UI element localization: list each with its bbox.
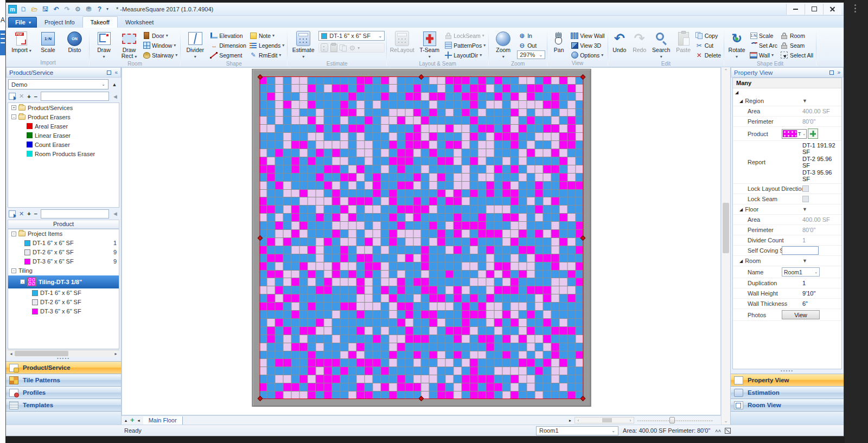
tile[interactable] bbox=[470, 76, 478, 84]
tile[interactable] bbox=[405, 286, 413, 294]
tile[interactable] bbox=[333, 262, 340, 270]
tile[interactable] bbox=[519, 101, 526, 108]
tile[interactable] bbox=[300, 246, 308, 254]
tile[interactable] bbox=[454, 327, 462, 335]
tile[interactable] bbox=[276, 327, 283, 335]
tile[interactable] bbox=[267, 238, 275, 246]
tile[interactable] bbox=[259, 125, 267, 132]
tile[interactable] bbox=[551, 343, 559, 351]
tile[interactable] bbox=[559, 343, 567, 351]
tile[interactable] bbox=[389, 165, 397, 173]
tile[interactable] bbox=[487, 222, 494, 229]
tile[interactable] bbox=[478, 383, 486, 391]
tile[interactable] bbox=[519, 141, 526, 149]
tile[interactable] bbox=[527, 76, 534, 84]
tile[interactable] bbox=[348, 335, 356, 343]
tile[interactable] bbox=[438, 157, 445, 165]
tile[interactable] bbox=[527, 182, 534, 189]
tile[interactable] bbox=[267, 182, 275, 189]
tile[interactable] bbox=[576, 157, 583, 165]
tile[interactable] bbox=[276, 311, 283, 318]
tile[interactable] bbox=[543, 327, 551, 335]
tile[interactable] bbox=[462, 238, 470, 246]
door-button[interactable]: Door▾ bbox=[142, 31, 178, 40]
tile[interactable] bbox=[397, 383, 405, 391]
tile[interactable] bbox=[470, 109, 478, 117]
tile[interactable] bbox=[478, 101, 486, 108]
tile[interactable] bbox=[276, 125, 283, 132]
tile[interactable] bbox=[510, 278, 518, 286]
tile[interactable] bbox=[470, 85, 478, 92]
tile[interactable] bbox=[567, 165, 575, 173]
tile[interactable] bbox=[519, 311, 526, 318]
tile[interactable] bbox=[292, 157, 299, 165]
tile[interactable] bbox=[373, 367, 380, 375]
tile[interactable] bbox=[373, 343, 380, 351]
tile[interactable] bbox=[413, 238, 421, 246]
tile[interactable] bbox=[340, 230, 348, 237]
tile[interactable] bbox=[267, 109, 275, 117]
tile[interactable] bbox=[543, 76, 551, 84]
tile[interactable] bbox=[356, 262, 364, 270]
tile[interactable] bbox=[365, 327, 372, 335]
tile[interactable] bbox=[284, 165, 291, 173]
tile[interactable] bbox=[405, 222, 413, 229]
tile[interactable] bbox=[413, 246, 421, 254]
tile[interactable] bbox=[316, 238, 324, 246]
tile[interactable] bbox=[527, 149, 534, 157]
tile[interactable] bbox=[267, 383, 275, 391]
dropdown-arrow-icon[interactable]: ▾ bbox=[358, 46, 360, 50]
tile[interactable] bbox=[267, 85, 275, 92]
tile[interactable] bbox=[543, 294, 551, 302]
tile[interactable] bbox=[324, 197, 332, 205]
tile[interactable] bbox=[276, 93, 283, 100]
tile[interactable] bbox=[495, 254, 502, 262]
tile[interactable] bbox=[324, 133, 332, 140]
tile[interactable] bbox=[276, 157, 283, 165]
tile[interactable] bbox=[324, 222, 332, 229]
tile[interactable] bbox=[405, 133, 413, 140]
product-column-header[interactable]: Product bbox=[8, 220, 119, 229]
tile[interactable] bbox=[292, 85, 299, 92]
tile[interactable] bbox=[259, 294, 267, 302]
section-filter-icon[interactable]: ▼ bbox=[802, 258, 807, 264]
tile[interactable] bbox=[413, 157, 421, 165]
tile[interactable] bbox=[543, 197, 551, 205]
tile[interactable] bbox=[292, 214, 299, 221]
tile[interactable] bbox=[284, 294, 291, 302]
tile[interactable] bbox=[559, 286, 567, 294]
tile[interactable] bbox=[478, 367, 486, 375]
product-item-row[interactable]: DT-1 6" x 6" SF1 bbox=[8, 239, 119, 248]
tile[interactable] bbox=[535, 262, 542, 270]
tile[interactable] bbox=[365, 286, 372, 294]
tile[interactable] bbox=[300, 254, 308, 262]
tile[interactable] bbox=[559, 230, 567, 237]
tile[interactable] bbox=[519, 93, 526, 100]
tile[interactable] bbox=[487, 76, 494, 84]
tile[interactable] bbox=[413, 383, 421, 391]
tile[interactable] bbox=[446, 383, 454, 391]
tile[interactable] bbox=[495, 271, 502, 278]
tile[interactable] bbox=[356, 294, 364, 302]
tile[interactable] bbox=[333, 101, 340, 108]
tile[interactable] bbox=[495, 327, 502, 335]
tile[interactable] bbox=[551, 391, 559, 399]
tile[interactable] bbox=[365, 262, 372, 270]
tile[interactable] bbox=[389, 343, 397, 351]
tile[interactable] bbox=[324, 351, 332, 359]
tile[interactable] bbox=[559, 165, 567, 173]
tile[interactable] bbox=[446, 149, 454, 157]
tile[interactable] bbox=[519, 174, 526, 181]
tile[interactable] bbox=[300, 182, 308, 189]
tile[interactable] bbox=[462, 294, 470, 302]
tile[interactable] bbox=[470, 174, 478, 181]
tiling-child-row[interactable]: DT-1 6" x 6" SF bbox=[8, 288, 119, 298]
tile[interactable] bbox=[535, 278, 542, 286]
tile[interactable] bbox=[405, 327, 413, 335]
tile[interactable] bbox=[567, 222, 575, 229]
tile[interactable] bbox=[495, 190, 502, 197]
add-item-icon[interactable]: + bbox=[27, 210, 30, 217]
tile[interactable] bbox=[478, 351, 486, 359]
tile[interactable] bbox=[365, 246, 372, 254]
tile[interactable] bbox=[559, 375, 567, 383]
